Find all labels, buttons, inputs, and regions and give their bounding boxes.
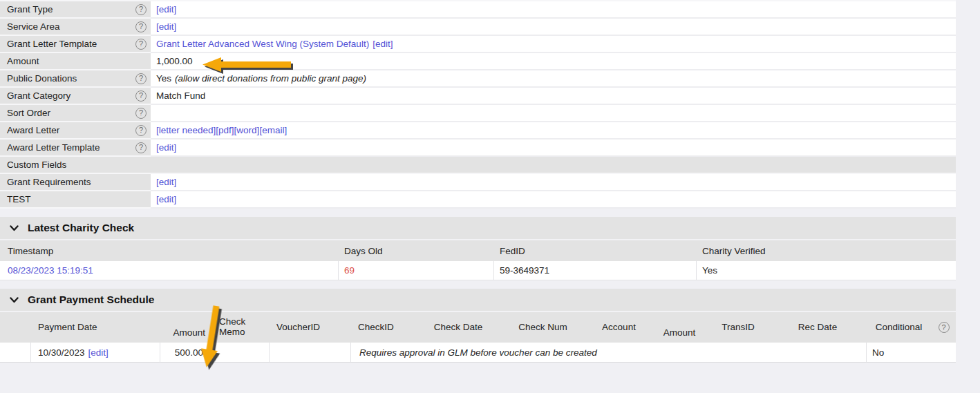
help-icon[interactable]: ? [135, 4, 147, 15]
help-icon[interactable]: ? [939, 322, 950, 333]
field-label-grant-letter-template: Grant Letter Template [7, 39, 97, 49]
column-header-fedid: FedID [494, 240, 697, 261]
sort-order-value [151, 105, 956, 122]
field-label-grant-category: Grant Category [7, 90, 70, 101]
column-header-check-date: Check Date [417, 312, 500, 343]
column-header-transid: TransID [707, 312, 769, 343]
field-label-grant-requirements: Grant Requirements [7, 177, 91, 187]
conditional-value: No [866, 343, 932, 363]
chevron-down-icon [10, 223, 19, 233]
field-label-grant-type: Grant Type [7, 4, 53, 15]
help-icon[interactable]: ? [135, 39, 147, 50]
payment-amount-value: 500.00 [160, 343, 212, 363]
column-header-days-old: Days Old [339, 240, 494, 261]
edit-link-payment[interactable]: [edit] [88, 347, 109, 358]
payment-schedule-section-header[interactable]: Grant Payment Schedule [0, 289, 956, 312]
column-header-timestamp: Timestamp [0, 240, 339, 261]
table-row: Amount 1,000.00 [0, 53, 956, 70]
column-header-account: Account [586, 312, 652, 343]
help-icon[interactable]: ? [135, 21, 147, 32]
column-header-rec-date: Rec Date [769, 312, 866, 343]
public-donations-value: Yes [156, 73, 171, 84]
section-title: Grant Payment Schedule [28, 294, 154, 306]
section-title: Latest Charity Check [28, 222, 134, 234]
grant-details-page: Grant Type ? [edit] Service Area ? [edit… [0, 0, 956, 363]
help-icon[interactable]: ? [135, 73, 147, 84]
row-end-cell [932, 343, 956, 363]
table-row: Grant Letter Template ? Grant Letter Adv… [0, 36, 956, 53]
voucherid-cell [270, 343, 351, 363]
edit-link-grant-letter-template[interactable]: [edit] [373, 39, 393, 49]
field-label-award-letter: Award Letter [7, 125, 59, 135]
column-header-payment-date: Payment Date [31, 312, 160, 343]
field-label-public-donations: Public Donations [7, 73, 77, 84]
table-row: Grant Type ? [edit] [0, 1, 956, 19]
edit-link-grant-requirements[interactable]: [edit] [156, 177, 176, 187]
timestamp-link[interactable]: 08/23/2023 15:19:51 [8, 265, 93, 276]
days-old-value: 69 [339, 261, 494, 280]
table-row: Public Donations ? Yes(allow direct dona… [0, 70, 956, 88]
table-header-row: Timestamp Days Old FedID Charity Verifie… [0, 240, 956, 261]
table-header-row: Payment Date Amount Check Memo VoucherID… [0, 312, 956, 343]
grant-letter-template-link[interactable]: Grant Letter Advanced West Wing (System … [156, 39, 369, 49]
column-header-amount: Amount [160, 312, 212, 343]
field-label-service-area: Service Area [7, 21, 60, 32]
column-header-amount-2: Amount [652, 312, 707, 343]
column-header-checkid: CheckID [351, 312, 417, 343]
grant-category-value: Match Fund [156, 90, 205, 101]
payment-schedule-table: Payment Date Amount Check Memo VoucherID… [0, 312, 956, 363]
email-link[interactable]: [email] [259, 125, 287, 135]
charity-check-section: Latest Charity Check Timestamp Days Old … [0, 217, 956, 280]
column-header-voucherid: VoucherID [270, 312, 351, 343]
amount-value: 1,000.00 [156, 56, 193, 66]
chevron-down-icon [10, 295, 19, 305]
table-row: Grant Category ? Match Fund [0, 88, 956, 105]
table-row: 08/23/2023 15:19:51 69 59-3649371 Yes [0, 261, 956, 280]
field-label-sort-order: Sort Order [7, 108, 50, 118]
charity-check-table: Timestamp Days Old FedID Charity Verifie… [0, 240, 956, 280]
edit-link-service-area[interactable]: [edit] [156, 21, 176, 32]
payment-schedule-section: Grant Payment Schedule Payment Date Amou… [0, 289, 956, 363]
column-header-check-memo: Check Memo [212, 312, 270, 343]
field-label-test: TEST [7, 194, 31, 204]
table-row: Award Letter Template ? [edit] [0, 140, 956, 157]
column-header-help: ? [932, 312, 956, 343]
help-icon[interactable]: ? [135, 142, 147, 153]
table-row: Sort Order ? [0, 105, 956, 122]
edit-link-test[interactable]: [edit] [156, 194, 176, 204]
column-header-check-num: Check Num [500, 312, 586, 343]
field-label-amount: Amount [7, 56, 39, 66]
row-spacer-cell [0, 343, 31, 363]
help-icon[interactable]: ? [135, 108, 147, 119]
approval-note: Requires approval in GLM before voucher … [351, 343, 866, 363]
charity-verified-value: Yes [697, 261, 956, 280]
letter-needed-link[interactable]: [letter needed] [156, 125, 216, 135]
edit-link-grant-type[interactable]: [edit] [156, 4, 176, 15]
fedid-value: 59-3649371 [494, 261, 697, 280]
help-icon[interactable]: ? [135, 125, 147, 136]
table-row: Grant Requirements [edit] [0, 174, 956, 191]
payment-date-value: 10/30/2023 [38, 347, 85, 358]
pdf-link[interactable]: [pdf] [216, 125, 234, 135]
charity-check-section-header[interactable]: Latest Charity Check [0, 217, 956, 240]
edit-link-award-letter-template[interactable]: [edit] [156, 142, 176, 153]
check-memo-cell [212, 343, 270, 363]
help-icon[interactable]: ? [135, 90, 147, 102]
table-row: TEST [edit] [0, 191, 956, 209]
column-header-conditional: Conditional [866, 312, 932, 343]
table-row: Service Area ? [edit] [0, 19, 956, 36]
field-label-award-letter-template: Award Letter Template [7, 142, 100, 153]
public-donations-note: (allow direct donations from public gran… [175, 73, 366, 84]
table-row: Award Letter ? [letter needed][pdf][word… [0, 122, 956, 140]
word-link[interactable]: [word] [234, 125, 260, 135]
custom-fields-divider: Custom Fields [7, 160, 66, 170]
column-header-spacer [0, 312, 31, 343]
table-row: Custom Fields [0, 157, 956, 174]
column-header-charity-verified: Charity Verified [697, 240, 956, 261]
table-row: 10/30/2023[edit] 500.00 Requires approva… [0, 343, 956, 363]
grant-details-table: Grant Type ? [edit] Service Area ? [edit… [0, 0, 956, 209]
